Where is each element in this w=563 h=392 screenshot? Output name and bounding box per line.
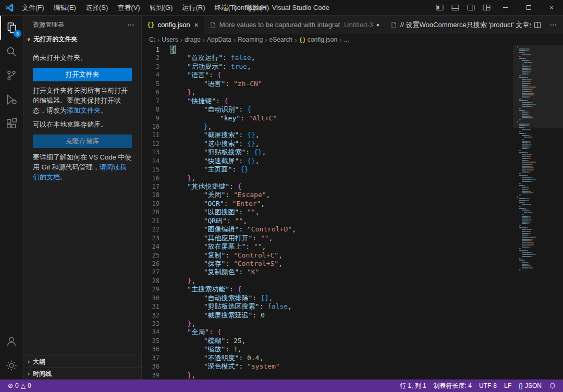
menu-item[interactable]: 运行(R) (177, 0, 210, 15)
code-line[interactable]: 23 "其他应用打开": "", (142, 234, 513, 242)
problems-status[interactable]: ⊘ 0 △ 0 (4, 379, 35, 392)
notifications-bell-icon[interactable] (545, 379, 560, 392)
code-line[interactable]: 24 "放在屏幕上": "", (142, 242, 513, 251)
section-timeline[interactable]: › 时间线 (23, 368, 141, 379)
code-line[interactable]: 5 "语言": "zh-CN" (142, 80, 513, 88)
code-line[interactable]: 19 "OCR": "Enter", (142, 200, 513, 208)
toggle-sidebar-icon[interactable] (432, 0, 447, 15)
settings-gear-icon[interactable] (0, 353, 23, 377)
code-line[interactable]: 25 "复制": "Control+C", (142, 251, 513, 260)
activitybar-search[interactable] (0, 40, 23, 64)
breadcrumb-item[interactable]: Users (162, 36, 178, 43)
section-outline[interactable]: › 大纲 (23, 356, 141, 368)
warning-count: 0 (28, 382, 31, 389)
code-line[interactable]: 39 }, (142, 371, 513, 379)
code-line[interactable]: 30 "自动搜索排除": [], (142, 294, 513, 302)
close-button[interactable]: × (540, 0, 563, 15)
line-content: "放在屏幕上": "", (171, 242, 266, 251)
minimap-line (517, 164, 561, 165)
code-line[interactable]: 9 "key": "Alt+C" (142, 114, 513, 123)
code-line[interactable]: 32 "截屏搜索延迟": 0 (142, 311, 513, 320)
code-line[interactable]: 12 "选中搜索": {}, (142, 140, 513, 148)
breadcrumb-item[interactable]: AppData (207, 36, 231, 43)
section-no-folder[interactable]: ∨ 无打开的文件夹 (23, 33, 141, 45)
split-editor-icon[interactable] (531, 18, 544, 32)
code-line[interactable]: 2 "首次运行": false, (142, 54, 513, 62)
code-line[interactable]: 34 "全局": { (142, 328, 513, 336)
menu-item[interactable]: 终端(T) (210, 0, 241, 15)
line-content: }, (171, 174, 195, 182)
minimap[interactable] (513, 45, 563, 379)
code-area[interactable]: 1{2 "首次运行": false,3 "启动提示": true,4 "语言":… (142, 45, 513, 379)
code-line[interactable]: 35 "模糊": 25, (142, 337, 513, 345)
breadcrumb-item[interactable]: drago (185, 36, 201, 43)
code-line[interactable]: 4 "语言": { (142, 71, 513, 79)
code-line[interactable]: 11 "截屏搜索": {}, (142, 131, 513, 139)
more-actions-icon[interactable]: ⋯ (546, 18, 560, 32)
breadcrumb-item[interactable]: C: (149, 36, 155, 43)
code-line[interactable]: 33 }, (142, 320, 513, 328)
code-line[interactable]: 26 "保存": "Control+S", (142, 260, 513, 268)
close-icon[interactable]: × (194, 21, 199, 29)
breadcrumb-item[interactable]: ... (344, 36, 349, 43)
code-line[interactable]: 20 "以图搜图": "", (142, 208, 513, 216)
code-line[interactable]: 1{ (142, 45, 513, 54)
code-line[interactable]: 36 "缩放": 1, (142, 345, 513, 353)
eol-status[interactable]: LF (500, 379, 515, 392)
customize-layout-icon[interactable] (479, 0, 494, 15)
menu-item[interactable]: 帮助(H) (241, 0, 274, 15)
toggle-secondary-sidebar-icon[interactable] (463, 0, 479, 15)
code-line[interactable]: 15 "主页面": {} (142, 165, 513, 174)
minimize-button[interactable] (494, 0, 517, 15)
line-content: "剪贴板搜索": {}, (171, 148, 266, 156)
code-line[interactable]: 18 "关闭": "Escape", (142, 191, 513, 199)
code-line[interactable]: 14 "快速截屏": {}, (142, 157, 513, 165)
line-content: "快速截屏": {}, (171, 157, 259, 165)
code-line[interactable]: 13 "剪贴板搜索": {}, (142, 148, 513, 156)
add-folder-link[interactable]: 添加文件夹。 (67, 106, 107, 114)
activitybar-run-debug[interactable] (0, 88, 23, 112)
minimap-slider[interactable] (513, 45, 563, 128)
menu-item[interactable]: 转到(G) (145, 0, 178, 15)
menu-item[interactable]: 文件(F) (17, 0, 49, 15)
breadcrumb-item[interactable]: eSearch (270, 36, 293, 43)
indentation-status[interactable]: 制表符长度: 4 (430, 379, 475, 392)
cursor-position[interactable]: 行 1, 列 1 (396, 379, 430, 392)
code-line[interactable]: 22 "图像编辑": "Control+D", (142, 225, 513, 234)
menu-item[interactable]: 编辑(E) (49, 0, 81, 15)
activitybar-extensions[interactable] (0, 112, 23, 136)
menu-item[interactable]: 选择(S) (81, 0, 113, 15)
account-icon[interactable] (0, 329, 23, 353)
menu-item[interactable]: 查看(V) (113, 0, 144, 15)
code-line[interactable]: 28 }, (142, 277, 513, 285)
toggle-panel-icon[interactable] (447, 0, 463, 15)
encoding-status[interactable]: UTF-8 (475, 379, 500, 392)
code-line[interactable]: 21 "QR码": "", (142, 217, 513, 225)
clone-repository-button[interactable]: 克隆存储库 (33, 134, 132, 148)
code-line[interactable]: 8 "自动识别": { (142, 105, 513, 114)
chevron-right-icon: › (295, 36, 297, 44)
code-line[interactable]: 16 }, (142, 174, 513, 182)
breadcrumb-item[interactable]: {}config.json (299, 36, 338, 43)
code-line[interactable]: 38 "深色模式": "system" (142, 362, 513, 371)
open-folder-button[interactable]: 打开文件夹 (33, 68, 132, 81)
breadcrumb-item[interactable]: Roaming (238, 36, 263, 43)
code-line[interactable]: 27 "复制颜色": "K" (142, 268, 513, 276)
code-line[interactable]: 31 "剪贴板选区搜索": false, (142, 302, 513, 311)
activitybar-source-control[interactable] (0, 64, 23, 88)
code-line[interactable]: 17 "其他快捷键": { (142, 182, 513, 191)
code-line[interactable]: 10 }, (142, 123, 513, 131)
code-line[interactable]: 29 "主搜索功能": { (142, 285, 513, 293)
code-line[interactable]: 37 "不透明度": 0.4, (142, 354, 513, 362)
code-line[interactable]: 6 }, (142, 88, 513, 96)
code-line[interactable]: 7 "快捷键": { (142, 97, 513, 105)
editor-tab[interactable]: // 设置WooCommerce只搜索 'product' 文章类型下面的文章 (385, 16, 531, 34)
language-mode[interactable]: {} JSON (515, 379, 545, 392)
editor-tab[interactable]: More values to be captured with integrat… (204, 16, 385, 34)
line-content: }, (171, 320, 195, 328)
maximize-button[interactable] (517, 0, 540, 15)
editor-tab[interactable]: {}config.json× (142, 16, 204, 34)
activitybar-explorer[interactable]: 3 (0, 16, 23, 40)
code-line[interactable]: 3 "启动提示": true, (142, 63, 513, 71)
more-actions-icon[interactable]: ⋯ (127, 20, 135, 29)
